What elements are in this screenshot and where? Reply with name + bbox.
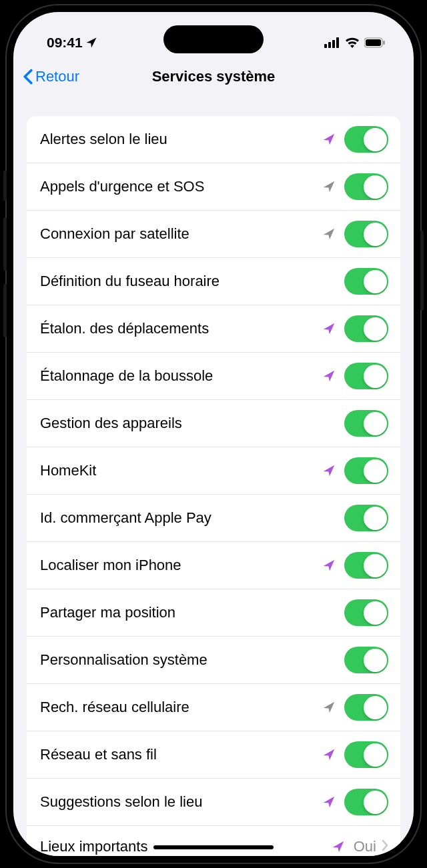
settings-row: Gestion des appareils	[27, 400, 400, 447]
back-label: Retour	[35, 68, 79, 85]
battery-icon	[364, 37, 386, 48]
row-label: Réseau et sans fil	[40, 746, 322, 763]
toggle-switch[interactable]	[344, 741, 388, 768]
toggle-switch[interactable]	[344, 126, 388, 153]
settings-row: Étalonnage de la boussole	[27, 353, 400, 400]
location-arrow-icon	[322, 132, 336, 147]
settings-row: Connexion par satellite	[27, 211, 400, 258]
page-title: Services système	[25, 68, 402, 85]
row-label: Étalonnage de la boussole	[40, 367, 322, 385]
location-arrow-icon	[322, 227, 336, 241]
settings-row: Partager ma position	[27, 589, 400, 637]
row-label: Alertes selon le lieu	[40, 131, 322, 148]
settings-row[interactable]: Lieux importants Oui	[27, 826, 400, 856]
settings-row: Étalon. des déplacements	[27, 305, 400, 353]
svg-rect-6	[384, 41, 385, 45]
svg-rect-5	[366, 39, 381, 46]
settings-row: Définition du fuseau horaire	[27, 258, 400, 305]
settings-row: Alertes selon le lieu	[27, 116, 400, 163]
svg-rect-0	[324, 44, 327, 48]
row-label: Définition du fuseau horaire	[40, 273, 344, 290]
row-label: Id. commerçant Apple Pay	[40, 509, 344, 527]
toggle-switch[interactable]	[344, 410, 388, 437]
row-label: Partager ma position	[40, 604, 344, 621]
toggle-switch[interactable]	[344, 694, 388, 721]
row-label: Appels d'urgence et SOS	[40, 178, 322, 195]
toggle-switch[interactable]	[344, 505, 388, 531]
chevron-right-icon	[382, 839, 388, 854]
location-arrow-icon	[322, 700, 336, 715]
location-arrow-icon	[322, 179, 336, 194]
toggle-switch[interactable]	[344, 599, 388, 626]
location-arrow-icon	[322, 463, 336, 478]
row-label: Étalon. des déplacements	[40, 320, 322, 337]
settings-row: Rech. réseau cellulaire	[27, 684, 400, 731]
settings-list: Alertes selon le lieu Appels d'urgence e…	[27, 116, 400, 856]
home-indicator[interactable]	[153, 845, 274, 849]
location-arrow-icon	[322, 747, 336, 762]
row-label: Localiser mon iPhone	[40, 557, 322, 574]
back-button[interactable]: Retour	[23, 68, 79, 85]
toggle-switch[interactable]	[344, 552, 388, 579]
row-label: Connexion par satellite	[40, 225, 322, 243]
toggle-switch[interactable]	[344, 268, 388, 295]
settings-row: Appels d'urgence et SOS	[27, 163, 400, 211]
wifi-icon	[345, 37, 360, 48]
location-arrow-icon	[331, 839, 346, 854]
location-services-icon	[85, 37, 97, 49]
row-label: Gestion des appareils	[40, 415, 344, 432]
location-arrow-icon	[322, 369, 336, 383]
settings-row: HomeKit	[27, 447, 400, 495]
row-value: Oui	[354, 838, 376, 855]
svg-rect-1	[328, 42, 331, 48]
svg-rect-3	[336, 37, 339, 48]
location-arrow-icon	[322, 321, 336, 336]
settings-row: Id. commerçant Apple Pay	[27, 495, 400, 542]
toggle-switch[interactable]	[344, 647, 388, 673]
row-label: Suggestions selon le lieu	[40, 793, 322, 811]
settings-row: Localiser mon iPhone	[27, 542, 400, 589]
toggle-switch[interactable]	[344, 315, 388, 342]
location-arrow-icon	[322, 558, 336, 573]
settings-row: Suggestions selon le lieu	[27, 779, 400, 826]
cellular-icon	[324, 37, 340, 48]
settings-row: Réseau et sans fil	[27, 731, 400, 779]
toggle-switch[interactable]	[344, 363, 388, 389]
settings-row: Personnalisation système	[27, 637, 400, 684]
dynamic-island	[163, 25, 264, 53]
toggle-switch[interactable]	[344, 789, 388, 815]
status-time: 09:41	[47, 35, 83, 51]
toggle-switch[interactable]	[344, 221, 388, 247]
chevron-left-icon	[23, 69, 33, 85]
row-label: HomeKit	[40, 462, 322, 479]
toggle-switch[interactable]	[344, 457, 388, 484]
location-arrow-icon	[322, 795, 336, 809]
toggle-switch[interactable]	[344, 173, 388, 200]
svg-rect-2	[332, 40, 335, 48]
row-label: Rech. réseau cellulaire	[40, 699, 322, 716]
navigation-bar: Retour Services système	[13, 59, 414, 97]
row-label: Personnalisation système	[40, 651, 344, 669]
